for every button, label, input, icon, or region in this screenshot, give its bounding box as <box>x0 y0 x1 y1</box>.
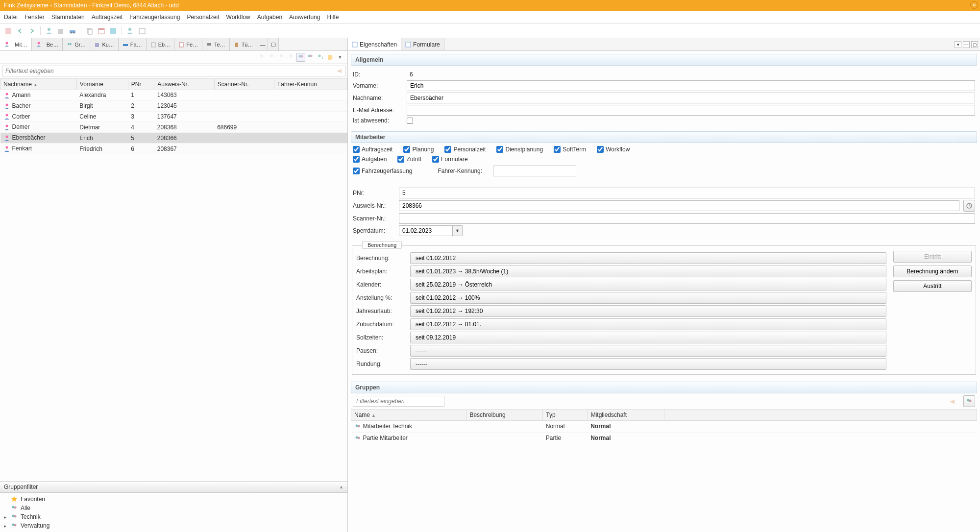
redo-icon[interactable] <box>27 26 36 35</box>
input-pnr[interactable] <box>399 188 975 198</box>
input-sperrdatum[interactable] <box>399 225 453 236</box>
cb-workflow[interactable]: Workflow <box>597 146 630 153</box>
tab-te[interactable]: Te… <box>202 38 230 50</box>
grid-icon[interactable] <box>109 26 118 35</box>
collapse-tab-icon[interactable]: ▾ <box>955 41 961 48</box>
input-fahrerkennung[interactable] <box>493 166 576 176</box>
copy-icon[interactable] <box>85 26 94 35</box>
pdf-icon[interactable] <box>4 26 13 35</box>
input-vorname[interactable] <box>407 80 975 91</box>
checkbox-abwesend[interactable] <box>407 118 413 124</box>
menu-aufgaben[interactable]: Aufgaben <box>257 14 282 21</box>
undo-icon[interactable] <box>16 26 24 35</box>
cb-formulare[interactable]: Formulare <box>432 156 468 163</box>
table-row[interactable]: DemerDietmar4208368686699 <box>0 122 347 133</box>
tab-eb[interactable]: Eb… <box>147 38 174 50</box>
gruppen-add-button[interactable] <box>963 395 975 407</box>
tab-formulare[interactable]: Formulare <box>401 38 444 50</box>
gcol-mitgliedschaft[interactable]: Mitgliedschaft <box>588 410 664 421</box>
btn-anstellung[interactable]: seit 01.02.2012 → 100% <box>410 292 886 304</box>
clear-filter-icon[interactable] <box>949 398 956 405</box>
person-icon[interactable] <box>45 26 53 35</box>
input-scanner[interactable] <box>399 213 975 224</box>
tab-maximize[interactable]: ▢ <box>268 38 279 50</box>
cb-fahrzeug[interactable]: Fahrzeugerfassung <box>353 168 412 174</box>
tab-tu[interactable]: Tü… <box>230 38 258 50</box>
cb-zutritt[interactable]: Zutritt <box>397 156 421 163</box>
btn-zubuchdatum[interactable]: seit 01.02.2012 → 01.01. <box>410 318 886 330</box>
col-ausweis[interactable]: Ausweis-Nr. <box>154 79 214 90</box>
tab-gr[interactable]: Gr… <box>63 38 90 50</box>
menu-auftragszeit[interactable]: Auftragszeit <box>92 14 122 21</box>
table-row[interactable]: AmannAlexandra1143063 <box>0 90 347 101</box>
gcol-beschreibung[interactable]: Beschreibung <box>466 410 543 421</box>
btn-pausen[interactable]: ------ <box>410 345 886 357</box>
sperrdatum-dropdown-button[interactable]: ▼ <box>453 225 463 236</box>
tab-eigenschaften[interactable]: Eigenschaften <box>348 38 401 50</box>
tree-favoriten[interactable]: Favoriten <box>0 495 347 504</box>
btn-kalender[interactable]: seit 25.02.2019 → Österreich <box>410 279 886 290</box>
maximize-tab-icon[interactable]: ▢ <box>971 41 978 48</box>
group-icon[interactable] <box>296 53 305 62</box>
menu-fenster[interactable]: Fenster <box>24 14 45 21</box>
group-add-icon[interactable] <box>306 53 315 62</box>
calendar2-icon[interactable] <box>138 26 147 35</box>
building-icon[interactable] <box>56 26 65 35</box>
cb-planung[interactable]: Planung <box>403 146 434 153</box>
filter-input[interactable] <box>2 66 345 76</box>
tree-alle[interactable]: Alle <box>0 504 347 512</box>
menu-workflow[interactable]: Workflow <box>226 14 250 21</box>
tab-be[interactable]: Be… <box>32 38 63 50</box>
tab-fa[interactable]: Fa… <box>119 38 147 50</box>
tab-minimize[interactable]: — <box>257 38 268 50</box>
btn-rundung[interactable]: ------ <box>410 358 886 370</box>
table-row[interactable]: FenkartFriedrich6208367 <box>0 144 347 154</box>
cb-softterm[interactable]: SoftTerm <box>554 146 586 153</box>
gruppen-filter-input[interactable] <box>353 396 444 407</box>
car-icon[interactable] <box>68 26 77 35</box>
btn-austritt[interactable]: Austritt <box>893 280 972 292</box>
tree-technik[interactable]: ▸ Technik <box>0 512 347 521</box>
btn-berechnung-aendern[interactable]: Berechnung ändern <box>893 266 972 277</box>
btn-jahresurlaub[interactable]: seit 01.02.2012 → 192:30 <box>410 305 886 317</box>
btn-berechnung[interactable]: seit 01.02.2012 <box>410 252 886 264</box>
tab-mitarbeiter[interactable]: Mit… <box>0 38 32 50</box>
col-scanner[interactable]: Scanner-Nr. <box>214 79 274 90</box>
table-row[interactable]: EbersbächerErich5208366 <box>0 133 347 144</box>
menu-stammdaten[interactable]: Stammdaten <box>51 14 85 21</box>
cb-auftragszeit[interactable]: Auftragszeit <box>353 146 392 153</box>
cb-dienstplanung[interactable]: Dienstplanung <box>496 146 543 153</box>
menu-fahrzeugerfassung[interactable]: Fahrzeugerfassung <box>129 14 180 21</box>
col-fahrer[interactable]: Fahrer-Kennun <box>274 79 347 90</box>
group-edit-icon[interactable]: + <box>316 53 325 62</box>
cb-personalzeit[interactable]: Personalzeit <box>444 146 486 153</box>
menu-datei[interactable]: Datei <box>4 14 18 21</box>
user-add-icon[interactable] <box>126 26 135 35</box>
tag-icon[interactable] <box>326 53 335 62</box>
menu-auswertung[interactable]: Auswertung <box>289 14 320 21</box>
dropdown-icon[interactable]: ▼ <box>336 53 344 62</box>
gcol-typ[interactable]: Typ <box>543 410 588 421</box>
expand-icon[interactable]: ▸ <box>4 514 8 520</box>
calendar-icon[interactable] <box>97 26 106 35</box>
tree-verwaltung[interactable]: ▸ Verwaltung <box>0 521 347 530</box>
table-row[interactable]: Partie MitarbeiterPartieNormal <box>351 432 977 444</box>
menu-hilfe[interactable]: Hilfe <box>327 14 339 21</box>
table-row[interactable]: BacherBirgit2123045 <box>0 100 347 111</box>
btn-sollzeiten[interactable]: seit 09.12.2019 <box>410 332 886 343</box>
input-nachname[interactable] <box>407 93 975 103</box>
minimize-tab-icon[interactable]: — <box>963 41 970 48</box>
clear-filter-icon[interactable] <box>336 68 343 74</box>
input-ausweis[interactable] <box>399 200 959 211</box>
tab-ku[interactable]: Ku… <box>90 38 118 50</box>
table-row[interactable]: Mitarbeiter TechnikNormalNormal <box>351 421 977 433</box>
menu-personalzeit[interactable]: Personalzeit <box>187 14 220 21</box>
col-nachname[interactable]: Nachname▲ <box>0 79 77 90</box>
col-pnr[interactable]: PNr <box>128 79 154 90</box>
table-row[interactable]: CorberCeline3137647 <box>0 111 347 122</box>
gruppenfilter-header[interactable]: Gruppenfilter ▲ <box>0 481 347 493</box>
close-window-button[interactable]: ✕ <box>970 1 978 9</box>
col-vorname[interactable]: Vorname <box>76 79 128 90</box>
gcol-name[interactable]: Name▲ <box>351 410 466 421</box>
expand-icon[interactable]: ▸ <box>4 523 8 529</box>
